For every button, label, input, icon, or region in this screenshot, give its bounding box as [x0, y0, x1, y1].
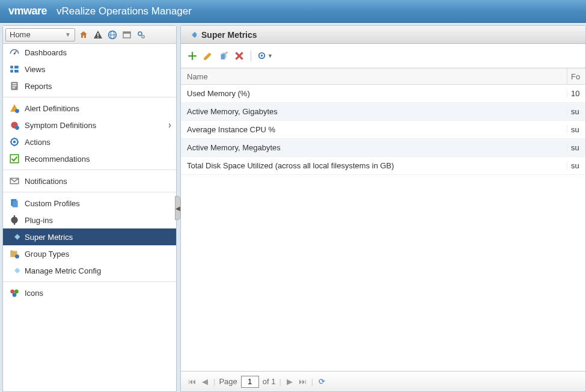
svg-point-8 [142, 35, 144, 37]
metric-config-icon [9, 265, 20, 276]
sidebar-item-custom-profiles[interactable]: Custom Profiles [3, 195, 176, 212]
sidebar-item-super-metrics[interactable]: Super Metrics [3, 228, 176, 245]
svg-rect-18 [13, 87, 16, 88]
sidebar-item-label: Dashboards [25, 48, 67, 57]
svg-rect-0 [97, 33, 99, 36]
plugins-icon [9, 215, 20, 225]
pager-first-icon[interactable]: ⏮ [187, 377, 197, 387]
settings-gears-icon[interactable] [135, 29, 147, 41]
sidebar-collapse-handle[interactable]: ◀ [175, 196, 181, 220]
pager-prev-icon[interactable]: ◀ [200, 377, 210, 387]
column-name[interactable]: Name [181, 69, 567, 84]
pager-refresh-icon[interactable]: ⟳ [317, 377, 326, 387]
svg-rect-24 [10, 155, 19, 163]
svg-rect-16 [13, 84, 17, 85]
gear-menu-icon[interactable]: ▼ [257, 51, 273, 61]
super-metrics-icon [187, 30, 197, 40]
separator: | [213, 377, 215, 386]
clone-icon[interactable] [218, 51, 229, 61]
window-icon[interactable] [121, 29, 133, 41]
icons-icon [9, 287, 20, 298]
svg-point-36 [10, 289, 14, 293]
sidebar-item-label: Manage Metric Config [25, 266, 101, 275]
sidebar-item-label: Notifications [25, 177, 67, 186]
separator: | [279, 377, 281, 386]
nav-separator [3, 281, 176, 282]
svg-rect-29 [14, 215, 15, 218]
svg-point-34 [15, 254, 19, 259]
svg-point-41 [261, 55, 263, 57]
dropdown-label: Home [10, 30, 31, 39]
nav-separator [3, 97, 176, 97]
group-types-icon [9, 248, 20, 259]
sidebar-item-label: Custom Profiles [25, 199, 80, 208]
app-header: vmware vRealize Operations Manager [0, 0, 586, 23]
globe-icon[interactable] [106, 29, 118, 41]
sidebar-item-views[interactable]: Views [3, 61, 176, 78]
svg-rect-35 [14, 268, 20, 274]
svg-rect-17 [13, 85, 17, 87]
svg-point-37 [14, 289, 19, 293]
svg-point-19 [15, 109, 19, 113]
svg-rect-12 [10, 70, 13, 73]
sidebar-item-dashboards[interactable]: Dashboards [3, 44, 176, 61]
pager-page-input[interactable] [241, 376, 259, 388]
sidebar-item-label: Recommendations [25, 155, 90, 164]
svg-point-7 [138, 32, 142, 35]
table-row[interactable]: Total Disk Space Utilized (across all lo… [181, 157, 585, 175]
svg-rect-31 [14, 234, 20, 240]
table-row[interactable]: Average Instance CPU %su [181, 121, 585, 139]
svg-rect-30 [14, 222, 15, 225]
svg-rect-14 [14, 70, 19, 73]
recommend-icon [9, 153, 20, 164]
svg-rect-1 [97, 37, 99, 38]
sidebar-toolbar: Home ▼ [3, 26, 176, 44]
svg-point-10 [14, 53, 16, 55]
table-row[interactable]: Active Memory, Megabytessu [181, 139, 585, 157]
svg-point-21 [15, 126, 19, 130]
context-dropdown[interactable]: Home ▼ [5, 28, 75, 41]
cell-name: Active Memory, Megabytes [181, 143, 567, 152]
svg-point-23 [13, 141, 16, 144]
home-icon[interactable] [78, 29, 90, 41]
table-row[interactable]: Used Memory (%)10 [181, 85, 585, 103]
delete-icon[interactable] [234, 51, 245, 61]
svg-rect-27 [13, 201, 18, 207]
nav-list: DashboardsViewsReportsAlert DefinitionsS… [3, 44, 176, 391]
sidebar-item-manage-metric-config[interactable]: Manage Metric Config [3, 262, 176, 279]
super-metrics-icon [9, 231, 20, 242]
cell-formula: su [567, 161, 585, 170]
pager-next-icon[interactable]: ▶ [285, 377, 295, 387]
action-bar: ▼ [181, 44, 585, 68]
column-formula[interactable]: Fo [567, 69, 585, 84]
pager-last-icon[interactable]: ⏭ [298, 377, 308, 387]
sidebar-item-reports[interactable]: Reports [3, 78, 176, 94]
sidebar-item-group-types[interactable]: Group Types [3, 245, 176, 262]
grid-body: Used Memory (%)10Active Memory, Gigabyte… [181, 85, 585, 371]
edit-icon[interactable] [203, 51, 213, 61]
actions-icon [9, 136, 20, 147]
product-name: vRealize Operations Manager [56, 5, 192, 17]
pager-page-label: Page [219, 377, 237, 386]
alerts-icon[interactable] [92, 29, 104, 41]
sidebar-item-label: Plug-ins [25, 216, 53, 225]
grid-header: Name Fo [181, 68, 585, 85]
nav-separator [3, 192, 176, 192]
sidebar-item-notifications[interactable]: Notifications [3, 173, 176, 189]
sidebar-item-actions[interactable]: Actions [3, 133, 176, 150]
sidebar-item-label: Group Types [25, 250, 69, 259]
sidebar-item-icons[interactable]: Icons [3, 284, 176, 301]
nav-separator [3, 170, 176, 170]
table-row[interactable]: Active Memory, Gigabytessu [181, 103, 585, 121]
brand-logo: vmware [8, 5, 47, 17]
add-icon[interactable] [187, 51, 198, 61]
sidebar-item-symptom-definitions[interactable]: Symptom Definitions› [3, 117, 176, 133]
sidebar-item-alert-definitions[interactable]: Alert Definitions [3, 100, 176, 117]
svg-point-38 [13, 293, 17, 297]
cell-name: Average Instance CPU % [181, 125, 567, 134]
profiles-icon [9, 198, 20, 209]
cell-formula: su [567, 143, 585, 152]
sidebar-item-plug-ins[interactable]: Plug-ins [3, 212, 176, 228]
sidebar-item-recommendations[interactable]: Recommendations [3, 150, 176, 167]
panel-header: Super Metrics [181, 26, 585, 44]
